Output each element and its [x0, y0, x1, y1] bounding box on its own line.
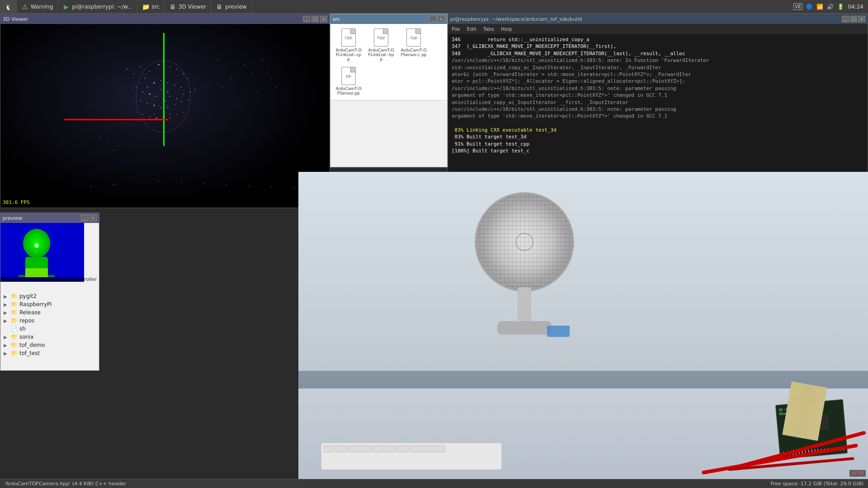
file-browser-icons: cpp ArduCamT-OFLinkList-.cpp hpp ArduCam…	[330, 24, 447, 100]
term-line-9: uninitialized_copy_a(_InputIterator __fi…	[452, 99, 864, 106]
term-line-12	[452, 120, 864, 127]
taskbar-warning[interactable]: ⚠ Warning	[17, 0, 58, 14]
menu-edit[interactable]: Edit	[467, 26, 476, 32]
folder-icon: 📁	[11, 309, 18, 316]
svg-point-2	[133, 73, 134, 74]
preview-minimize[interactable]: _	[81, 215, 88, 221]
file-browser-title: src	[333, 16, 340, 22]
svg-rect-87	[0, 277, 84, 282]
battery-icon: 🔋	[837, 4, 844, 10]
svg-point-13	[160, 80, 161, 81]
tree-arrow: ▶	[4, 310, 9, 315]
svg-point-11	[145, 78, 146, 79]
tree-item-tof-demo[interactable]: ▶ 📁 tof_demo	[3, 341, 97, 349]
svg-point-29	[154, 105, 155, 106]
tree-item-raspberrypi[interactable]: ▶ 📁 RaspberryPi	[3, 300, 97, 308]
svg-point-50	[251, 73, 252, 74]
key	[397, 445, 408, 452]
svg-point-63	[226, 184, 227, 185]
svg-point-80	[170, 114, 171, 115]
y-axis	[163, 33, 165, 146]
term-line-15: 91% Built target test_cpp	[452, 141, 864, 147]
viewer-3d-window: 3D Viewer _ □ ×	[0, 14, 330, 208]
preview-titlebar: preview _ ×	[0, 213, 99, 223]
term-line-5: ator&) [with _ForwardIterator = std::mov…	[452, 71, 864, 78]
point-cloud-svg	[0, 24, 330, 208]
taskbar-terminal[interactable]: ▶ pi@raspberrypi: ~/w...	[58, 0, 137, 14]
svg-point-43	[217, 60, 218, 61]
main-area: 3D Viewer _ □ ×	[0, 14, 868, 479]
taskbar-start[interactable]: 🐧	[0, 0, 17, 14]
menu-help[interactable]: Help	[501, 26, 512, 32]
minimize-button[interactable]: _	[303, 16, 310, 22]
close-button[interactable]: ×	[320, 16, 327, 22]
svg-point-16	[181, 87, 182, 88]
svg-point-8	[176, 69, 177, 70]
tree-item-sh[interactable]: 📄 sh	[3, 325, 97, 333]
file-item-2[interactable]: cpp ArduCamT-OFSensor.c pp	[398, 26, 429, 64]
file-label-2: ArduCamT-OFSensor.c pp	[400, 48, 427, 57]
file-label-1: ArduCamT-OFLinkList-.hpp	[368, 48, 395, 62]
svg-point-12	[154, 82, 155, 84]
fan	[475, 192, 574, 292]
term-line-3: /usr/include/c++/10/bits/stl_uninitializ…	[452, 57, 864, 64]
preview-close[interactable]: ×	[90, 215, 97, 221]
folder-icon: 📁	[142, 3, 149, 10]
fb-close[interactable]: ×	[438, 16, 445, 22]
svg-point-14	[167, 82, 168, 83]
svg-point-57	[90, 186, 91, 187]
depth-svg	[0, 223, 84, 282]
file-item-0[interactable]: cpp ArduCamT-OFLinkList-.cpp	[333, 26, 364, 64]
file-item-3[interactable]: pp ArduCamT-OFSensor.pp	[333, 65, 364, 98]
taskbar-right: VE 🔵 📶 🔊 🔋 04:24	[789, 3, 868, 10]
menu-file[interactable]: File	[452, 26, 460, 32]
volume-icon: 🔊	[827, 4, 834, 10]
term-maximize[interactable]: □	[850, 16, 857, 22]
maximize-button[interactable]: □	[311, 16, 319, 22]
svg-point-20	[156, 96, 157, 97]
fan-grill	[476, 194, 573, 290]
taskbar-src[interactable]: 📁 src	[137, 0, 165, 14]
viewer-3d-canvas[interactable]: 301.6 FPS	[0, 24, 330, 208]
fb-minimize[interactable]: _	[429, 16, 437, 22]
terminal-content[interactable]: 346 return std::__uninitialized_copy_a 3…	[448, 34, 868, 176]
svg-point-30	[160, 107, 161, 108]
svg-point-36	[142, 114, 143, 115]
term-close[interactable]: ×	[858, 16, 865, 22]
svg-point-60	[158, 181, 159, 182]
svg-point-32	[174, 104, 175, 105]
taskbar-terminal-label: pi@raspberrypi: ~/w...	[72, 4, 132, 10]
folder-icon: 📁	[11, 334, 18, 340]
viewer-3d-titlebar: 3D Viewer _ □ ×	[0, 14, 330, 24]
term-line-7: /usr/include/c++/10/bits/stl_uninitializ…	[452, 85, 864, 92]
taskbar-preview[interactable]: 🖥 preview	[211, 0, 251, 14]
terminal-title: pi@raspberrypi: ~/workspace/arducam_tof_…	[450, 16, 582, 22]
term-line-4: std::uninitialized_copy_a(_InputIterator…	[452, 64, 864, 71]
term-line-1: 347 (_GLIBCXX_MAKE_MOVE_IF_NOEXCEPT_ITER…	[452, 43, 864, 50]
menu-tabs[interactable]: Tabs	[483, 26, 494, 32]
term-minimize[interactable]: _	[842, 16, 849, 22]
svg-point-3	[140, 66, 141, 67]
svg-point-55	[271, 78, 272, 79]
file-item-1[interactable]: hpp ArduCamT-OFLinkList-.hpp	[365, 26, 397, 64]
svg-point-75	[165, 100, 166, 102]
folder-icon: 📁	[11, 293, 18, 299]
svg-point-73	[167, 91, 169, 93]
file-doc-icon-0: cpp	[341, 28, 356, 47]
svg-point-45	[231, 78, 231, 79]
svg-point-15	[174, 85, 175, 85]
key-space	[409, 445, 445, 452]
svg-point-71	[146, 86, 148, 88]
taskbar-3dviewer[interactable]: 🖥 3D Viewer	[165, 0, 211, 14]
file-doc-icon-1: hpp	[374, 28, 388, 47]
tree-item-release[interactable]: ▶ 📁 Release	[3, 308, 97, 317]
svg-point-35	[136, 112, 137, 113]
taskbar-src-label: src	[151, 4, 160, 10]
tree-item-repos[interactable]: ▶ 📁 repos	[3, 317, 97, 325]
tree-item-pygit2[interactable]: ▶ 📁 pygit2	[3, 292, 97, 300]
tree-item-sonix[interactable]: ▶ 📁 sonix	[3, 333, 97, 341]
tree-item-tof-test[interactable]: ▶ 📁 tof_test	[3, 349, 97, 357]
svg-point-74	[153, 95, 155, 97]
svg-point-17	[136, 87, 137, 88]
taskbar-warning-label: Warning	[31, 4, 53, 10]
